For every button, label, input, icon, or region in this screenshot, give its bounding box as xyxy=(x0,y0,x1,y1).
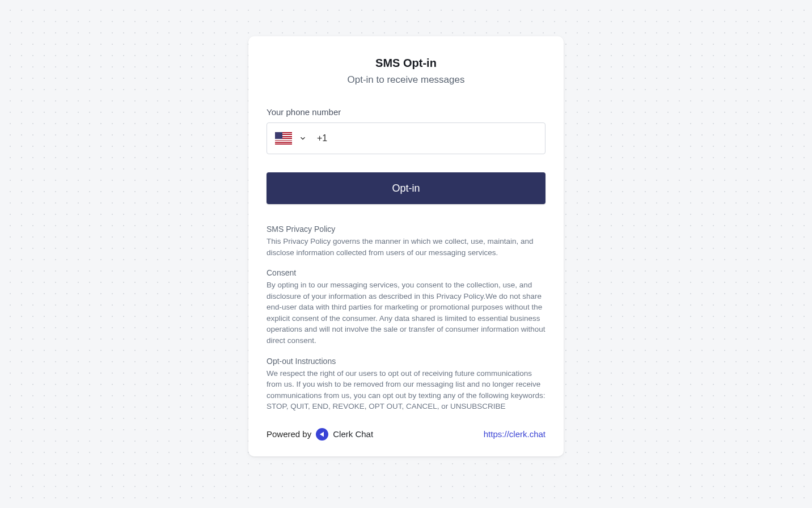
policy-heading: Consent xyxy=(267,268,545,277)
country-code: +1 xyxy=(317,133,327,143)
policy-heading: SMS Privacy Policy xyxy=(267,225,545,234)
phone-label: Your phone number xyxy=(267,107,545,117)
policy-body: This Privacy Policy governs the manner i… xyxy=(267,236,545,258)
policy-heading: Opt-out Instructions xyxy=(267,357,545,366)
page-subtitle: Opt-in to receive messages xyxy=(267,74,545,86)
chevron-down-icon xyxy=(299,134,307,142)
brand-name: Clerk Chat xyxy=(333,429,373,439)
phone-input[interactable] xyxy=(332,133,537,143)
policy-body: We respect the right of our users to opt… xyxy=(267,368,545,412)
optin-button[interactable]: Opt-in xyxy=(267,172,545,204)
powered-by-label: Powered by xyxy=(267,429,311,439)
policy-consent: Consent By opting in to our messaging se… xyxy=(267,268,545,346)
brand-link[interactable]: https://clerk.chat xyxy=(484,429,545,439)
policy-body: By opting in to our messaging services, … xyxy=(267,280,545,346)
optin-card: SMS Opt-in Opt-in to receive messages Yo… xyxy=(248,36,564,456)
powered-by: Powered by Clerk Chat xyxy=(267,428,373,441)
country-dropdown-toggle[interactable] xyxy=(299,134,307,142)
footer: Powered by Clerk Chat https://clerk.chat xyxy=(267,428,545,441)
phone-input-group: +1 xyxy=(267,122,545,154)
policy-privacy: SMS Privacy Policy This Privacy Policy g… xyxy=(267,225,545,258)
policy-optout: Opt-out Instructions We respect the righ… xyxy=(267,357,545,412)
us-flag-icon xyxy=(275,132,292,145)
page-title: SMS Opt-in xyxy=(267,57,545,70)
clerk-logo-icon xyxy=(316,428,328,441)
